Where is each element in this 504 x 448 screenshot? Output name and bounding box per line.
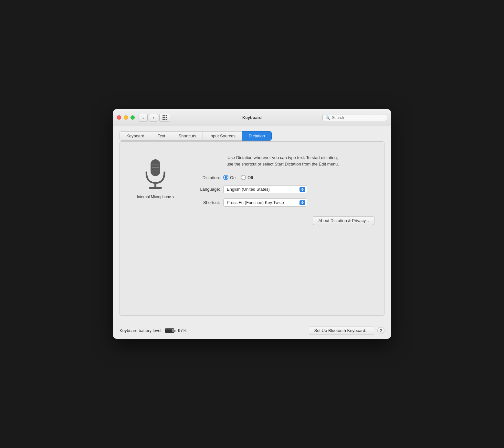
- dictation-row: Dictation: On Off: [191, 175, 374, 180]
- tab-text[interactable]: Text: [151, 131, 172, 141]
- window-title: Keyboard: [242, 115, 262, 120]
- tab-shortcuts[interactable]: Shortcuts: [172, 131, 203, 141]
- dictation-panel: Internal Microphone ▾ Use Dictation wher…: [120, 141, 384, 316]
- microphone-icon: [142, 158, 168, 190]
- footer-right: Set Up Bluetooth Keyboard... ?: [309, 326, 384, 335]
- dictation-radio-group: On Off: [223, 175, 253, 180]
- battery-section: Keyboard battery level: 97%: [120, 328, 186, 333]
- svg-rect-1: [154, 183, 156, 187]
- setup-bluetooth-button[interactable]: Set Up Bluetooth Keyboard...: [309, 326, 374, 335]
- traffic-lights: [117, 115, 135, 120]
- maximize-button[interactable]: [131, 115, 135, 120]
- battery-icon: [165, 328, 175, 333]
- content-area: Keyboard Text Shortcuts Input Sources Di…: [113, 126, 391, 322]
- mic-label[interactable]: Internal Microphone ▾: [137, 195, 174, 199]
- minimize-button[interactable]: [124, 115, 128, 120]
- shortcut-select-wrapper: Press Fn (Function) Key Twice: [223, 198, 307, 207]
- svg-rect-0: [151, 159, 160, 176]
- language-select-wrapper: English (United States): [223, 185, 307, 193]
- shortcut-select[interactable]: Press Fn (Function) Key Twice: [223, 198, 307, 207]
- forward-button[interactable]: ›: [149, 114, 158, 122]
- search-box: 🔍: [322, 114, 387, 121]
- back-button[interactable]: ‹: [139, 114, 148, 122]
- title-bar: ‹ › Keyboard 🔍: [113, 109, 391, 126]
- tab-bar: Keyboard Text Shortcuts Input Sources Di…: [120, 131, 384, 141]
- dictation-on-radio[interactable]: [223, 175, 228, 180]
- battery-body: [165, 328, 174, 333]
- grid-icon: [163, 115, 167, 120]
- controls-section: Use Dictation wherever you can type text…: [191, 151, 374, 225]
- nav-buttons: ‹ ›: [139, 114, 158, 122]
- tab-keyboard[interactable]: Keyboard: [120, 131, 151, 141]
- about-dictation-button[interactable]: About Dictation & Privacy...: [313, 216, 374, 225]
- shortcut-row: Shortcut: Press Fn (Function) Key Twice: [191, 198, 374, 207]
- search-input[interactable]: [332, 115, 384, 120]
- mic-chevron-icon: ▾: [173, 195, 174, 199]
- mic-section: Internal Microphone ▾: [130, 151, 181, 199]
- grid-view-button[interactable]: [159, 114, 170, 122]
- tab-dictation[interactable]: Dictation: [242, 131, 272, 141]
- dictation-off-option[interactable]: Off: [241, 175, 253, 180]
- shortcut-label: Shortcut:: [191, 200, 220, 205]
- svg-rect-2: [149, 187, 162, 189]
- close-button[interactable]: [117, 115, 121, 120]
- description-text: Use Dictation wherever you can type text…: [191, 155, 374, 167]
- help-button[interactable]: ?: [377, 327, 384, 334]
- dictation-layout: Internal Microphone ▾ Use Dictation wher…: [130, 151, 374, 225]
- battery-label: Keyboard battery level:: [120, 328, 163, 333]
- tab-input-sources[interactable]: Input Sources: [203, 131, 242, 141]
- language-row: Language: English (United States): [191, 185, 374, 193]
- dictation-off-radio[interactable]: [241, 175, 246, 180]
- battery-percent: 97%: [178, 328, 186, 333]
- language-select[interactable]: English (United States): [223, 185, 307, 193]
- battery-fill: [166, 329, 173, 332]
- main-window: ‹ › Keyboard 🔍 Keyboard Text Shortcuts I…: [113, 109, 391, 339]
- battery-tip-icon: [174, 330, 175, 332]
- footer: Keyboard battery level: 97% Set Up Bluet…: [113, 322, 391, 339]
- dictation-label: Dictation:: [191, 175, 220, 180]
- search-icon: 🔍: [325, 115, 330, 120]
- dictation-on-option[interactable]: On: [223, 175, 236, 180]
- language-label: Language:: [191, 187, 220, 192]
- about-btn-row: About Dictation & Privacy...: [191, 216, 374, 225]
